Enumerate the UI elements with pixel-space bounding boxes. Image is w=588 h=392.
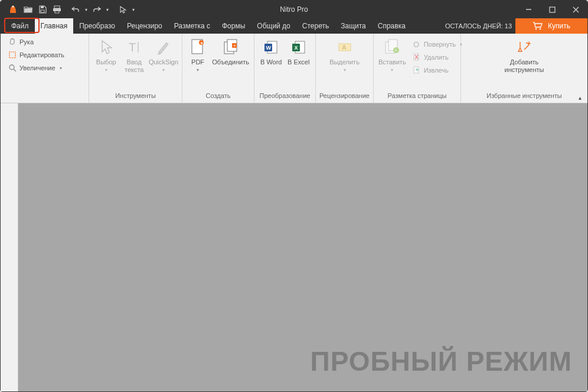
group-review: A Выделить ▾ Рецензирование (316, 34, 374, 103)
svg-text:A: A (342, 44, 347, 51)
app-icon (8, 4, 18, 15)
window-title: Nitro Pro (280, 5, 308, 14)
group-label (1, 92, 89, 103)
svg-text:★: ★ (200, 41, 203, 45)
titlebar: ▾ ▾ ▾ Nitro Pro (1, 1, 587, 18)
svg-point-10 (535, 28, 537, 30)
svg-text:+: + (394, 48, 397, 53)
svg-text:T: T (129, 41, 136, 54)
chevron-down-icon: ▾ (391, 67, 393, 73)
svg-point-0 (12, 6, 14, 8)
app-window: ▾ ▾ ▾ Nitro Pro Файл Главная Преобразо Р… (0, 0, 588, 392)
group-label: Создать (182, 92, 254, 103)
delete-page-icon (412, 53, 421, 62)
undo-icon[interactable] (69, 2, 82, 17)
pdf-doc-icon: ★ (188, 38, 207, 57)
undo-dropdown-icon[interactable]: ▾ (83, 2, 89, 17)
svg-line-14 (14, 69, 16, 71)
group-convert: W В Word X В Excel Преобразование (254, 34, 316, 103)
tab-help[interactable]: Справка (372, 18, 411, 34)
ribbon-tabs: Файл Главная Преобразо Рецензиро Разметк… (1, 18, 587, 34)
maximize-button[interactable] (540, 1, 564, 18)
svg-rect-1 (41, 6, 44, 8)
tools-plus-icon: + (515, 38, 534, 57)
cursor-icon (97, 38, 116, 57)
minimize-button[interactable] (517, 1, 540, 18)
trial-days-label: ОСТАЛОСЬ ДНЕЙ: 13 (445, 18, 512, 34)
excel-icon: X (289, 38, 308, 57)
type-text-button[interactable]: T Ввод текста (121, 35, 148, 73)
tab-layout[interactable]: Разметка с (168, 18, 216, 34)
redo-dropdown-icon[interactable]: ▾ (104, 2, 110, 17)
tab-convert[interactable]: Преобразо (73, 18, 121, 34)
close-button[interactable] (564, 1, 587, 18)
svg-rect-7 (550, 7, 555, 12)
svg-rect-12 (9, 52, 15, 58)
svg-text:X: X (294, 45, 298, 51)
buy-button[interactable]: Купить (515, 18, 587, 34)
select-button[interactable]: Выбор ▾ (93, 35, 120, 73)
edit-button[interactable]: Редактировать (4, 48, 68, 61)
chevron-down-icon: ▾ (105, 67, 107, 73)
text-cursor-icon: T (125, 38, 143, 57)
pdf-button[interactable]: ★ PDF ▾ (186, 35, 210, 73)
highlight-icon: A (335, 38, 354, 57)
buy-label: Купить (548, 22, 570, 30)
insert-page-icon: + (383, 38, 401, 57)
quicksign-button[interactable]: QuickSign ▾ (149, 35, 178, 73)
workspace: ПРОБНЫЙ РЕЖИМ (1, 103, 587, 391)
add-tools-button[interactable]: + Добавить инструменты (498, 35, 551, 73)
group-view-tools: Рука Редактировать Увеличение ▾ (1, 34, 89, 103)
to-excel-button[interactable]: X В Excel (286, 35, 312, 66)
group-page-layout: + Вставить ▾ Повернуть▾ Удалить (374, 34, 461, 103)
combine-docs-icon: + (221, 38, 240, 57)
svg-text:+: + (233, 43, 236, 48)
save-icon[interactable] (36, 2, 49, 17)
svg-point-11 (540, 28, 541, 30)
combine-button[interactable]: + Объединить (211, 35, 250, 66)
cursor-dropdown-icon[interactable]: ▾ (130, 2, 136, 17)
collapse-ribbon-button[interactable]: ▴ (576, 93, 584, 102)
side-panel (1, 103, 18, 391)
highlight-button[interactable]: A Выделить ▾ (324, 35, 365, 73)
group-label: Избранные инструменты (461, 92, 587, 103)
tab-forms[interactable]: Формы (216, 18, 251, 34)
group-create: ★ PDF ▾ + Объединить Создать (182, 34, 254, 103)
pen-icon (154, 38, 173, 57)
chevron-down-icon: ▾ (460, 42, 462, 47)
group-label: Рецензирование (316, 92, 373, 103)
rotate-button[interactable]: Повернуть▾ (409, 38, 466, 51)
to-word-button[interactable]: W В Word (258, 35, 285, 66)
extract-page-button[interactable]: Извлечь (409, 64, 466, 77)
group-label: Преобразование (254, 92, 315, 103)
tab-erase[interactable]: Стереть (296, 18, 335, 34)
cart-icon (533, 22, 543, 30)
open-icon[interactable] (22, 2, 35, 17)
magnifier-icon (8, 64, 17, 73)
extract-page-icon (412, 66, 421, 75)
word-icon: W (262, 38, 280, 57)
group-tools: Выбор ▾ T Ввод текста QuickSign ▾ Инстру… (89, 34, 182, 103)
tab-share[interactable]: Общий до (251, 18, 296, 34)
hand-tool-button[interactable]: Рука (4, 35, 68, 48)
ribbon: Рука Редактировать Увеличение ▾ (1, 34, 587, 103)
tab-home[interactable]: Главная (35, 18, 74, 34)
document-canvas: ПРОБНЫЙ РЕЖИМ (18, 103, 587, 391)
tab-protect[interactable]: Защита (335, 18, 372, 34)
tab-review[interactable]: Рецензиро (121, 18, 168, 34)
print-icon[interactable] (50, 2, 63, 17)
chevron-down-icon: ▾ (162, 67, 165, 73)
group-favorites: + Добавить инструменты Избранные инструм… (461, 34, 587, 103)
delete-page-button[interactable]: Удалить (409, 51, 466, 64)
rotate-icon (412, 40, 421, 49)
insert-page-button[interactable]: + Вставить ▾ (377, 35, 407, 73)
svg-rect-2 (41, 10, 44, 12)
quick-access-toolbar: ▾ ▾ ▾ (22, 2, 136, 17)
tab-file[interactable]: Файл (5, 18, 35, 34)
svg-rect-3 (54, 6, 60, 8)
window-controls (517, 1, 587, 18)
chevron-down-icon: ▾ (197, 67, 199, 73)
zoom-button[interactable]: Увеличение ▾ (4, 61, 68, 74)
cursor-tool-icon[interactable] (116, 2, 129, 17)
redo-icon[interactable] (90, 2, 103, 17)
